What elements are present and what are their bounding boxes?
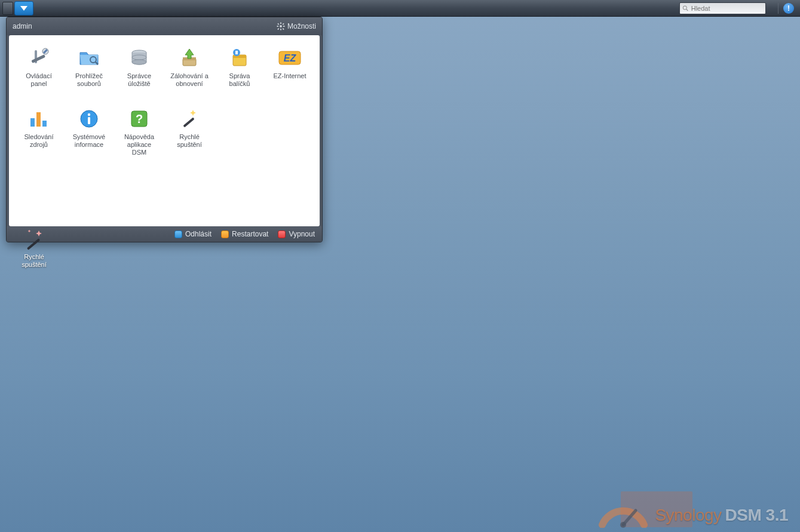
svg-rect-31 — [42, 121, 47, 127]
svg-rect-37 — [183, 117, 194, 127]
svg-rect-13 — [31, 54, 45, 63]
app-resource-monitor[interactable]: Sledovánízdrojů — [14, 104, 64, 159]
database-icon — [127, 46, 151, 70]
help-icon: ? — [127, 107, 151, 131]
svg-rect-29 — [30, 118, 35, 127]
app-system-info[interactable]: Systémovéinformace — [64, 104, 114, 159]
svg-rect-4 — [280, 22, 281, 24]
ez-internet-icon: EZ — [278, 46, 302, 70]
svg-marker-41 — [28, 230, 31, 233]
desktop-shortcut-label: Rychlé spuštění — [22, 253, 47, 269]
username-label: admin — [13, 22, 32, 30]
main-menu-button[interactable] — [14, 1, 33, 16]
search-box[interactable] — [679, 2, 766, 14]
options-label: Možnosti — [287, 22, 316, 30]
svg-marker-38 — [190, 110, 196, 116]
svg-marker-0 — [20, 6, 27, 11]
backup-icon — [177, 46, 201, 70]
restart-icon — [221, 230, 229, 238]
taskbar: ! — [0, 0, 800, 17]
logout-button[interactable]: Odhlásit — [174, 230, 212, 238]
svg-rect-9 — [283, 28, 284, 30]
app-package-center[interactable]: Správabalíčků — [214, 44, 265, 90]
search-input[interactable] — [691, 5, 763, 12]
svg-rect-5 — [280, 29, 281, 30]
svg-rect-7 — [283, 26, 285, 27]
svg-point-33 — [88, 113, 90, 116]
shutdown-icon — [278, 230, 286, 238]
logout-icon — [174, 230, 182, 238]
app-quick-start[interactable]: Rychléspuštění — [164, 104, 214, 159]
app-storage-manager[interactable]: Správceúložiště — [114, 44, 164, 90]
svg-point-43 — [620, 522, 626, 528]
svg-point-1 — [683, 5, 686, 9]
watermark: SynologyDSM 3.1 — [596, 495, 788, 525]
folder-icon — [77, 46, 101, 70]
svg-rect-10 — [283, 23, 284, 25]
gear-icon — [277, 22, 285, 30]
app-backup-restore[interactable]: Zálohování aobnovení — [164, 44, 214, 90]
shutdown-button[interactable]: Vypnout — [278, 230, 315, 238]
desktop-shortcut-quick-start[interactable]: Rychlé spuštění — [13, 227, 55, 269]
watermark-brand: Synology — [655, 506, 721, 524]
svg-rect-26 — [235, 51, 238, 54]
watermark-product: DSM 3.1 — [725, 506, 788, 524]
package-icon — [228, 46, 252, 70]
svg-rect-34 — [88, 117, 90, 124]
app-ez-internet[interactable]: EZ EZ-Internet — [265, 44, 315, 90]
notification-icon[interactable]: ! — [783, 3, 794, 14]
svg-rect-8 — [277, 23, 279, 25]
search-icon — [682, 5, 689, 12]
restart-button[interactable]: Restartovat — [221, 230, 268, 238]
options-button[interactable]: Možnosti — [277, 22, 316, 30]
divider — [778, 3, 778, 14]
control-panel-icon — [27, 46, 51, 70]
svg-text:EZ: EZ — [284, 53, 297, 63]
app-file-browser[interactable]: Prohlížečsouborů — [64, 44, 114, 90]
start-menu-header: admin Možnosti — [7, 17, 322, 35]
chart-icon — [27, 107, 51, 131]
wand-icon — [22, 227, 47, 252]
app-control-panel[interactable]: Ovládacípanel — [14, 44, 64, 90]
start-menu: admin Možnosti — [6, 17, 323, 242]
svg-text:?: ? — [136, 112, 143, 125]
svg-line-2 — [686, 9, 688, 11]
svg-marker-40 — [36, 230, 42, 236]
svg-rect-11 — [277, 28, 279, 30]
chevron-down-icon — [19, 5, 29, 12]
svg-point-20 — [132, 60, 146, 64]
app-dsm-help[interactable]: ? NápovědaaplikaceDSM — [114, 104, 164, 159]
svg-rect-30 — [36, 112, 41, 127]
svg-rect-39 — [27, 238, 40, 250]
wand-icon — [177, 107, 201, 131]
svg-point-3 — [280, 25, 282, 27]
start-menu-body: Ovládacípanel Prohlížečsouborů — [9, 35, 320, 226]
svg-rect-6 — [277, 26, 278, 27]
show-desktop-button[interactable] — [2, 2, 13, 15]
info-icon — [77, 107, 101, 131]
gauge-icon — [596, 495, 650, 525]
